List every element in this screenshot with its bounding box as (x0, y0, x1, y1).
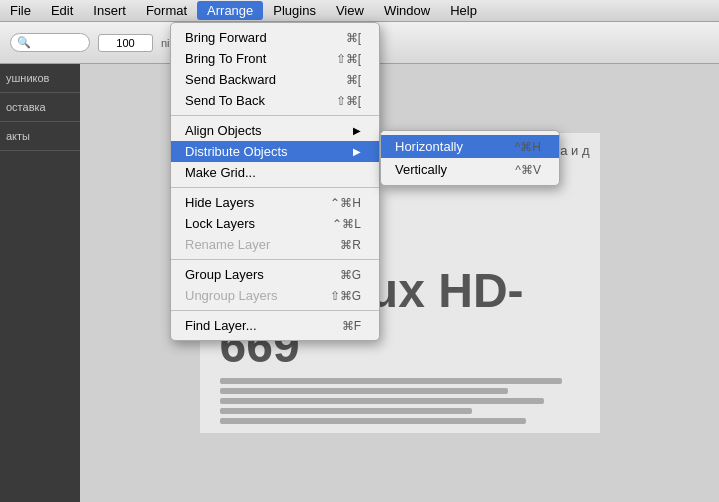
hide-layers-shortcut: ⌃⌘H (330, 196, 361, 210)
menu-plugins[interactable]: Plugins (263, 1, 326, 20)
menu-help[interactable]: Help (440, 1, 487, 20)
menu-find-layer[interactable]: Find Layer... ⌘F (171, 315, 379, 336)
menu-insert[interactable]: Insert (83, 1, 136, 20)
bar-1 (220, 378, 562, 384)
menu-hide-layers[interactable]: Hide Layers ⌃⌘H (171, 192, 379, 213)
lock-layers-label: Lock Layers (185, 216, 255, 231)
rename-layer-label: Rename Layer (185, 237, 270, 252)
send-backward-shortcut: ⌘[ (346, 73, 361, 87)
left-panel-item-1: ушников (0, 64, 80, 93)
menu-make-grid[interactable]: Make Grid... (171, 162, 379, 183)
separator-4 (171, 310, 379, 311)
group-layers-shortcut: ⌘G (340, 268, 361, 282)
menu-align-objects[interactable]: Align Objects ▶ (171, 120, 379, 141)
find-layer-shortcut: ⌘F (342, 319, 361, 333)
arrange-dropdown-container: Bring Forward ⌘[ Bring To Front ⇧⌘[ Send… (170, 22, 380, 341)
menu-ungroup-layers: Ungroup Layers ⇧⌘G (171, 285, 379, 306)
bar-2 (220, 388, 508, 394)
align-objects-label: Align Objects (185, 123, 262, 138)
align-arrow-icon: ▶ (353, 125, 361, 136)
menu-window[interactable]: Window (374, 1, 440, 20)
distribute-arrow-icon: ▶ (353, 146, 361, 157)
bring-to-front-shortcut: ⇧⌘[ (336, 52, 361, 66)
horizontally-shortcut: ^⌘H (515, 140, 541, 154)
menu-file[interactable]: File (0, 1, 41, 20)
canvas-bars (220, 378, 580, 433)
ungroup-layers-label: Ungroup Layers (185, 288, 278, 303)
rename-layer-shortcut: ⌘R (340, 238, 361, 252)
separator-1 (171, 115, 379, 116)
menu-lock-layers[interactable]: Lock Layers ⌃⌘L (171, 213, 379, 234)
menu-bring-to-front[interactable]: Bring To Front ⇧⌘[ (171, 48, 379, 69)
bar-3 (220, 398, 544, 404)
menu-send-backward[interactable]: Send Backward ⌘[ (171, 69, 379, 90)
menu-bring-forward[interactable]: Bring Forward ⌘[ (171, 27, 379, 48)
left-panel: ушников оставка акты (0, 64, 80, 502)
submenu-horizontally[interactable]: Horizontally ^⌘H (381, 135, 559, 158)
send-backward-label: Send Backward (185, 72, 276, 87)
menu-rename-layer: Rename Layer ⌘R (171, 234, 379, 255)
left-panel-item-3: акты (0, 122, 80, 151)
bring-forward-label: Bring Forward (185, 30, 267, 45)
menu-group-layers[interactable]: Group Layers ⌘G (171, 264, 379, 285)
send-to-back-shortcut: ⇧⌘[ (336, 94, 361, 108)
menu-format[interactable]: Format (136, 1, 197, 20)
left-panel-item-2: оставка (0, 93, 80, 122)
menu-view[interactable]: View (326, 1, 374, 20)
menu-edit[interactable]: Edit (41, 1, 83, 20)
hide-layers-label: Hide Layers (185, 195, 254, 210)
menubar: File Edit Insert Format Arrange Plugins … (0, 0, 719, 22)
separator-2 (171, 187, 379, 188)
vertically-shortcut: ^⌘V (515, 163, 541, 177)
bar-4 (220, 408, 472, 414)
vertically-label: Vertically (395, 162, 447, 177)
horizontally-label: Horizontally (395, 139, 463, 154)
menu-send-to-back[interactable]: Send To Back ⇧⌘[ (171, 90, 379, 111)
submenu-vertically[interactable]: Vertically ^⌘V (381, 158, 559, 181)
bring-forward-shortcut: ⌘[ (346, 31, 361, 45)
ungroup-layers-shortcut: ⇧⌘G (330, 289, 361, 303)
arrange-menu: Bring Forward ⌘[ Bring To Front ⇧⌘[ Send… (170, 22, 380, 341)
find-layer-label: Find Layer... (185, 318, 257, 333)
send-to-back-label: Send To Back (185, 93, 265, 108)
separator-3 (171, 259, 379, 260)
menu-distribute-objects[interactable]: Distribute Objects ▶ (171, 141, 379, 162)
group-layers-label: Group Layers (185, 267, 264, 282)
lock-layers-shortcut: ⌃⌘L (332, 217, 361, 231)
distribute-submenu: Horizontally ^⌘H Vertically ^⌘V (380, 130, 560, 186)
bring-to-front-label: Bring To Front (185, 51, 266, 66)
bar-5 (220, 418, 526, 424)
make-grid-label: Make Grid... (185, 165, 256, 180)
distribute-objects-label: Distribute Objects (185, 144, 288, 159)
search-icon: 🔍 (17, 36, 31, 49)
zoom-field[interactable]: 100 (98, 34, 153, 52)
search-box[interactable]: 🔍 (10, 33, 90, 52)
menu-arrange[interactable]: Arrange (197, 1, 263, 20)
